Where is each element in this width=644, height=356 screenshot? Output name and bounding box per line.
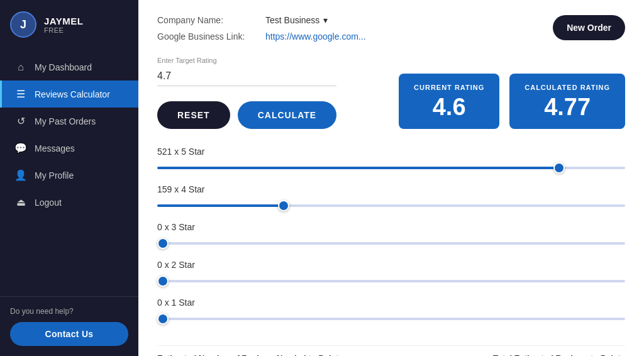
google-business-link[interactable]: https://www.google.com...: [265, 31, 366, 42]
four-star-slider-label: 159 x 4 Star: [157, 184, 625, 194]
two-star-slider-row: 0 x 2 Star: [157, 260, 625, 287]
five-star-slider-row: 521 x 5 Star: [157, 147, 625, 174]
one-star-slider-label: 0 x 1 Star: [157, 298, 625, 308]
three-star-slider-container: [157, 237, 625, 250]
home-icon: ⌂: [14, 62, 27, 73]
estimated-reviews-label: Estimated Number of Reviews Needed to De…: [157, 353, 343, 356]
sidebar-item-label: My Dashboard: [35, 62, 92, 72]
help-text: Do you need help?: [10, 307, 128, 316]
calculator-section: Enter Target Rating RESET CALCULATE CURR…: [157, 57, 625, 129]
sidebar-item-label: Messages: [35, 143, 75, 153]
calc-input-area: Enter Target Rating RESET CALCULATE: [157, 57, 336, 129]
sidebar-item-profile[interactable]: 👤 My Profile: [0, 162, 138, 189]
five-star-slider-container: [157, 162, 625, 174]
sidebar-item-past-orders[interactable]: ↺ My Past Orders: [0, 108, 138, 135]
total-reviews-label: Total Estimated Reviews to Delete: [493, 353, 625, 356]
messages-icon: 💬: [14, 142, 27, 154]
google-link-row: Google Business Link: https://www.google…: [157, 31, 366, 42]
sidebar-item-reviews-calculator[interactable]: ☰ Reviews Calculator: [0, 81, 138, 108]
profile-icon: 👤: [14, 169, 27, 181]
contact-us-button[interactable]: Contact Us: [10, 322, 128, 346]
sidebar-item-label: My Profile: [35, 170, 74, 181]
top-section: Company Name: Test Business ▾ Google Bus…: [157, 15, 625, 42]
footer-labels: Estimated Number of Reviews Needed to De…: [157, 345, 625, 356]
two-star-slider-label: 0 x 2 Star: [157, 260, 625, 270]
one-star-slider-row: 0 x 1 Star: [157, 298, 625, 325]
company-name-value: Test Business: [265, 15, 319, 25]
sidebar-nav: ⌂ My Dashboard ☰ Reviews Calculator ↺ My…: [0, 49, 138, 296]
four-star-slider-row: 159 x 4 Star: [157, 184, 625, 212]
sidebar-item-label: My Past Orders: [35, 116, 96, 126]
target-rating-label: Enter Target Rating: [157, 57, 336, 64]
logout-icon: ⏏: [14, 196, 27, 208]
google-link-label: Google Business Link:: [157, 31, 258, 42]
target-rating-input[interactable]: [157, 67, 336, 86]
username-label: JAYMEL: [44, 16, 83, 26]
calculated-rating-card-value: 4.77: [525, 95, 610, 119]
three-star-slider-label: 0 x 3 Star: [157, 222, 625, 232]
three-star-slider-row: 0 x 3 Star: [157, 222, 625, 250]
sidebar-item-messages[interactable]: 💬 Messages: [0, 135, 138, 162]
main-content: Company Name: Test Business ▾ Google Bus…: [138, 0, 644, 356]
two-star-slider[interactable]: [157, 280, 625, 282]
company-name-label: Company Name:: [157, 15, 258, 25]
reset-button[interactable]: RESET: [157, 101, 230, 129]
history-icon: ↺: [14, 115, 27, 127]
current-rating-card: CURRENT RATING 4.6: [399, 74, 499, 129]
calc-button-group: RESET CALCULATE: [157, 101, 336, 129]
avatar: J: [10, 11, 36, 38]
company-name-row: Company Name: Test Business ▾: [157, 15, 366, 25]
sidebar-footer: Do you need help? Contact Us: [0, 296, 138, 356]
calculate-button[interactable]: CALCULATE: [238, 101, 337, 129]
current-rating-card-label: CURRENT RATING: [414, 84, 484, 91]
four-star-slider[interactable]: [157, 204, 625, 207]
sidebar-item-dashboard[interactable]: ⌂ My Dashboard: [0, 54, 138, 81]
two-star-slider-container: [157, 275, 625, 287]
five-star-slider[interactable]: [157, 167, 625, 169]
sidebar-item-label: Logout: [35, 197, 62, 208]
company-select-dropdown[interactable]: Test Business ▾: [265, 15, 328, 25]
target-rating-input-group: Enter Target Rating: [157, 57, 336, 86]
sidebar: J JAYMEL FREE ⌂ My Dashboard ☰ Reviews C…: [0, 0, 138, 356]
plan-label: FREE: [44, 26, 83, 34]
company-info: Company Name: Test Business ▾ Google Bus…: [157, 15, 366, 42]
four-star-slider-container: [157, 199, 625, 212]
sidebar-item-label: Reviews Calculator: [35, 89, 110, 99]
rating-cards: CURRENT RATING 4.6 CALCULATED RATING 4.7…: [399, 74, 625, 129]
five-star-slider-label: 521 x 5 Star: [157, 147, 625, 157]
current-rating-card-value: 4.6: [414, 95, 484, 119]
new-order-button[interactable]: New Order: [553, 15, 625, 40]
dropdown-arrow-icon: ▾: [323, 15, 328, 25]
calculated-rating-card: CALCULATED RATING 4.77: [509, 74, 625, 129]
one-star-slider[interactable]: [157, 318, 625, 320]
three-star-slider[interactable]: [157, 242, 625, 245]
calculated-rating-card-label: CALCULATED RATING: [525, 84, 610, 91]
sidebar-item-logout[interactable]: ⏏ Logout: [0, 189, 138, 216]
sidebar-header: J JAYMEL FREE: [0, 0, 138, 49]
sliders-section: 521 x 5 Star 159 x 4 Star 0 x 3 Star 0 x…: [157, 147, 625, 335]
calculator-icon: ☰: [14, 88, 27, 100]
one-star-slider-container: [157, 313, 625, 325]
user-info: JAYMEL FREE: [44, 16, 83, 34]
